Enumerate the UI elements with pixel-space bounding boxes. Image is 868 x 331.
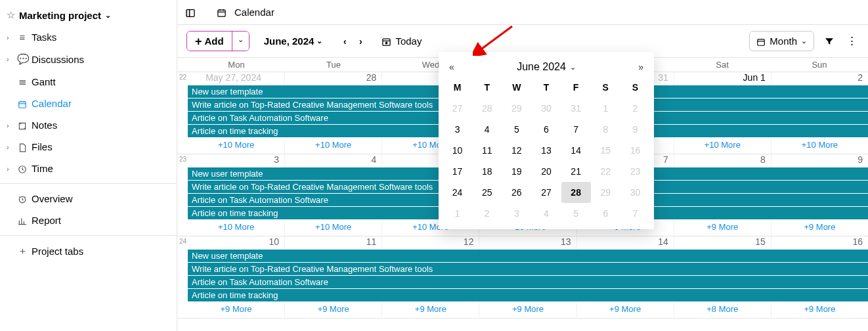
dp-day[interactable]: 25: [472, 182, 502, 203]
more-link[interactable]: +9 More: [479, 302, 576, 318]
more-link[interactable]: +10 More: [284, 220, 381, 236]
dp-day[interactable]: 15: [591, 140, 620, 161]
more-link[interactable]: +9 More: [381, 302, 479, 318]
dp-day[interactable]: 27: [443, 98, 472, 119]
dp-day[interactable]: 24: [443, 182, 472, 203]
prev-arrow[interactable]: ‹: [337, 36, 353, 47]
view-selector[interactable]: Month ⌄: [749, 31, 814, 51]
sidebar-item-gantt[interactable]: ≣ Gantt: [0, 70, 177, 93]
day-cell[interactable]: 12: [381, 236, 479, 250]
calendar-event[interactable]: New user template: [188, 250, 868, 263]
filter-icon[interactable]: [822, 35, 836, 48]
dp-day[interactable]: 2: [472, 203, 502, 224]
dp-day[interactable]: 28: [561, 182, 591, 203]
dp-day[interactable]: 1: [591, 98, 620, 119]
sidebar-item-report[interactable]: Report: [0, 210, 177, 231]
dp-day[interactable]: 5: [502, 119, 531, 140]
dp-day[interactable]: 4: [472, 119, 502, 140]
star-icon[interactable]: ☆: [7, 9, 15, 21]
more-link[interactable]: +10 More: [284, 138, 381, 154]
dp-day[interactable]: 28: [472, 98, 502, 119]
day-cell[interactable]: 16: [771, 236, 868, 250]
dp-day[interactable]: 22: [591, 161, 620, 182]
dp-day[interactable]: 12: [502, 140, 531, 161]
day-cell[interactable]: 9: [771, 154, 868, 167]
sidebar-item-calendar[interactable]: Calendar: [0, 93, 177, 114]
day-cell[interactable]: 15: [674, 236, 771, 250]
dp-day[interactable]: 23: [620, 161, 650, 182]
dp-day[interactable]: 30: [531, 98, 561, 119]
sidebar-item-tasks[interactable]: › ≡ Tasks: [0, 26, 177, 48]
day-cell[interactable]: 8: [674, 154, 771, 167]
next-year-icon[interactable]: »: [638, 62, 643, 72]
dp-day[interactable]: 31: [561, 98, 591, 119]
more-link[interactable]: +8 More: [674, 302, 771, 318]
dp-day[interactable]: 3: [502, 203, 531, 224]
calendar-event[interactable]: Article on Task Automation Software: [188, 276, 868, 289]
today-button[interactable]: Today: [381, 35, 422, 47]
dp-day[interactable]: 3: [443, 119, 472, 140]
month-selector[interactable]: June, 2024 ⌄: [264, 35, 323, 47]
dp-day[interactable]: 17: [443, 161, 472, 182]
day-cell[interactable]: 2: [771, 72, 868, 85]
chevron-down-icon[interactable]: ⌄: [570, 63, 576, 72]
dp-day[interactable]: 11: [472, 140, 502, 161]
dp-day[interactable]: 18: [472, 161, 502, 182]
day-cell[interactable]: 11: [284, 236, 381, 250]
dp-day[interactable]: 6: [531, 119, 561, 140]
sidebar-item-overview[interactable]: Overview: [0, 188, 177, 210]
dp-day[interactable]: 4: [531, 203, 561, 224]
dp-day[interactable]: 29: [591, 182, 620, 203]
day-cell[interactable]: May 27, 2024: [188, 72, 284, 85]
day-cell[interactable]: 28: [284, 72, 381, 85]
calendar-event[interactable]: Article on time tracking: [188, 289, 868, 302]
kebab-menu-icon[interactable]: ⋮: [844, 34, 859, 48]
sidebar-item-discussions[interactable]: › 💬 Discussions: [0, 48, 177, 70]
dp-day[interactable]: 30: [620, 182, 650, 203]
dp-day[interactable]: 29: [502, 98, 531, 119]
project-title[interactable]: ☆ Marketing project ⌄: [0, 5, 177, 26]
dp-day[interactable]: 16: [620, 140, 650, 161]
more-link[interactable]: +9 More: [284, 302, 381, 318]
dp-day[interactable]: 20: [531, 161, 561, 182]
dp-day[interactable]: 26: [502, 182, 531, 203]
more-link[interactable]: +9 More: [576, 302, 674, 318]
dp-day[interactable]: 7: [561, 119, 591, 140]
prev-year-icon[interactable]: «: [449, 62, 454, 72]
more-link[interactable]: +10 More: [771, 138, 868, 154]
sidebar-item-project-tabs[interactable]: ＋ Project tabs: [0, 240, 177, 263]
dp-day[interactable]: 21: [561, 161, 591, 182]
more-link[interactable]: +9 More: [674, 220, 771, 236]
dp-day[interactable]: 14: [561, 140, 591, 161]
chevron-down-icon[interactable]: ⌄: [105, 11, 111, 20]
sidebar-item-time[interactable]: › Time: [0, 158, 177, 179]
more-link[interactable]: +9 More: [771, 302, 868, 318]
day-cell[interactable]: 14: [576, 236, 674, 250]
more-link[interactable]: +9 More: [188, 302, 284, 318]
more-link[interactable]: +10 More: [188, 138, 284, 154]
dp-day[interactable]: 1: [443, 203, 472, 224]
dp-day[interactable]: 6: [591, 203, 620, 224]
day-cell[interactable]: Jun 1: [674, 72, 771, 85]
add-caret[interactable]: ⌄: [232, 32, 249, 51]
dp-day[interactable]: 9: [620, 119, 650, 140]
dp-day[interactable]: 2: [620, 98, 650, 119]
day-cell[interactable]: 4: [284, 154, 381, 167]
dp-day[interactable]: 5: [561, 203, 591, 224]
dp-day[interactable]: 19: [502, 161, 531, 182]
dp-day[interactable]: 7: [620, 203, 650, 224]
panel-icon[interactable]: [185, 6, 196, 18]
more-link[interactable]: +9 More: [771, 220, 868, 236]
calendar-event[interactable]: Write article on Top-Rated Creative Mana…: [188, 263, 868, 276]
more-link[interactable]: +10 More: [674, 138, 771, 154]
dp-day[interactable]: 27: [531, 182, 561, 203]
dp-day[interactable]: 8: [591, 119, 620, 140]
next-arrow[interactable]: ›: [353, 36, 368, 47]
dp-day[interactable]: 13: [531, 140, 561, 161]
sidebar-item-files[interactable]: › Files: [0, 136, 177, 158]
sidebar-item-notes[interactable]: › Notes: [0, 114, 177, 136]
day-cell[interactable]: 10: [188, 236, 284, 250]
day-cell[interactable]: 13: [479, 236, 576, 250]
dp-day[interactable]: 10: [443, 140, 472, 161]
add-button[interactable]: + Add: [187, 32, 232, 51]
